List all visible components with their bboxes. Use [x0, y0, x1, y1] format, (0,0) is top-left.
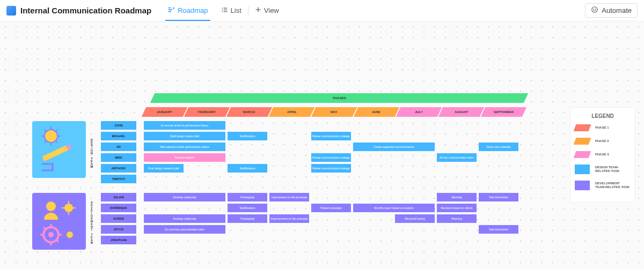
task-bar[interactable]: Do annual review & performance history: [144, 121, 225, 130]
task-row: ModificationsPresent prototypeMonthly re…: [144, 204, 519, 212]
dev-task-grid: Develop a planningPrototypingImprovement…: [144, 193, 519, 246]
task-bar[interactable]: Ad hoc communication tasks: [437, 153, 477, 162]
task-bar[interactable]: Modifications: [228, 164, 267, 173]
task-bar[interactable]: Prototyping: [228, 193, 267, 201]
legend-item: DESIGN TEAM-RELATED TASK: [575, 165, 631, 174]
task-bar[interactable]: Planning: [437, 214, 477, 223]
dev-team-illustration: [32, 193, 86, 250]
legend-label: PHASE 2: [595, 139, 609, 143]
task-bar[interactable]: Prototyping: [228, 214, 267, 223]
view-tabs: Roadmap List View: [161, 0, 286, 21]
task-bar[interactable]: Develop a planning: [144, 193, 225, 201]
svg-point-10: [67, 231, 73, 238]
month-february: FEBRUARY: [184, 107, 230, 117]
task-bar[interactable]: Improvements on the prototype: [269, 214, 309, 223]
tab-label: List: [231, 6, 241, 14]
person-jonathan: JONATHAN: [101, 236, 136, 244]
task-bar[interactable]: Do summary documentation plan: [144, 225, 225, 234]
task-row: [144, 236, 519, 244]
month-header: JANUARYFEBRUARYMARCHAPRILMAYJUNEJULYAUGU…: [144, 107, 525, 117]
legend-swatch: [575, 165, 590, 174]
task-bar[interactable]: Monthly report based on analysis: [353, 204, 435, 212]
task-bar[interactable]: Develop a planning: [144, 214, 225, 223]
legend-item: PHASE 2: [575, 138, 631, 145]
design-team-label: DESIGN TEAM: [88, 129, 96, 177]
dev-name-column: JULIANDOMINIQUEKARENJOYCEJONATHAN: [101, 193, 136, 246]
phases-label: PHASES: [333, 96, 346, 100]
person-julian: JULIAN: [101, 193, 136, 201]
svg-point-2: [595, 9, 596, 10]
person-mike: MIKE: [101, 153, 136, 162]
task-bar[interactable]: Draft design review draft: [144, 132, 225, 140]
top-bar: Internal Communication Roadmap Roadmap L…: [0, 0, 644, 21]
tab-roadmap[interactable]: Roadmap: [161, 0, 214, 21]
app-icon: [6, 6, 16, 16]
svg-point-1: [594, 9, 595, 10]
legend-label: PHASE 3: [595, 153, 609, 156]
svg-rect-4: [42, 145, 69, 161]
task-bar[interactable]: Same new materials: [479, 143, 518, 151]
month-march: MARCH: [226, 107, 272, 117]
roadmap-icon: [167, 6, 175, 15]
legend-swatch: [574, 138, 591, 145]
person-anthony: ANTHONY: [101, 164, 136, 173]
design-task-grid: Do annual review & performance historyDr…: [144, 121, 519, 185]
legend-swatch: [574, 151, 591, 158]
month-january: JANUARY: [142, 107, 187, 117]
task-bar[interactable]: Modifications: [228, 132, 267, 140]
roadmap-canvas[interactable]: PHASES JANUARYFEBRUARYMARCHAPRILMAYJUNEJ…: [0, 21, 644, 269]
month-july: JULY: [396, 107, 442, 117]
svg-point-9: [48, 232, 54, 237]
task-bar[interactable]: Final design research plan: [144, 164, 184, 173]
legend-panel: LEGEND PHASE 1PHASE 2PHASE 3DESIGN TEAM-…: [570, 107, 635, 203]
month-may: MAY: [311, 107, 357, 117]
tab-label: View: [264, 6, 279, 14]
task-bar[interactable]: Revisions based on clients: [437, 204, 477, 212]
task-bar[interactable]: Review analysis: [144, 153, 225, 162]
task-bar[interactable]: Structural testing: [395, 214, 435, 223]
task-row: Do summary documentation planTask inform…: [144, 225, 519, 234]
task-row: Review analysisRevise communication stra…: [144, 153, 519, 162]
person-dominique: DOMINIQUE: [101, 204, 136, 212]
person-ad: AD: [101, 143, 136, 151]
svg-point-0: [592, 7, 598, 13]
task-bar[interactable]: Revise communication strategy: [311, 153, 351, 162]
month-september: SEPTEMBER: [481, 107, 526, 117]
legend-label: DEVELOPMENT TEAM-RELATED TASK: [595, 182, 631, 189]
task-row: Take relevant review performance metrics…: [144, 143, 519, 151]
month-august: AUGUST: [438, 107, 484, 117]
automate-label: Automate: [602, 6, 632, 14]
task-row: Final design research planModificationsR…: [144, 164, 519, 173]
person-john: JOHN: [101, 121, 136, 130]
legend-label: PHASE 1: [595, 126, 609, 130]
list-icon: [221, 6, 228, 15]
task-bar[interactable]: Improvement on the prototype: [269, 193, 309, 201]
task-bar[interactable]: Revise communication strategy: [311, 132, 351, 140]
task-bar[interactable]: Revising: [437, 193, 477, 201]
task-row: [144, 175, 519, 183]
task-bar[interactable]: Modifications: [228, 204, 267, 212]
legend-label: DESIGN TEAM-RELATED TASK: [595, 166, 631, 173]
task-bar[interactable]: Present prototype: [311, 204, 351, 212]
task-bar[interactable]: Revise communication strategy: [311, 164, 351, 173]
task-row: Develop a planningPrototypingImprovement…: [144, 193, 519, 201]
task-row: Do annual review & performance history: [144, 121, 519, 130]
task-bar[interactable]: Task information: [479, 225, 518, 234]
svg-point-6: [46, 201, 56, 211]
automate-button[interactable]: Automate: [585, 3, 638, 18]
task-row: Develop a planningPrototypingImprovement…: [144, 214, 519, 223]
month-april: APRIL: [269, 107, 314, 117]
person-karen: KAREN: [101, 214, 136, 223]
person-joyce: JOYCE: [101, 225, 136, 234]
legend-title: LEGEND: [575, 113, 631, 119]
month-june: JUNE: [354, 107, 399, 117]
design-team-illustration: [32, 121, 86, 178]
task-bar[interactable]: Create supported communications: [353, 143, 435, 151]
task-bar[interactable]: Take relevant review performance metrics: [144, 143, 225, 151]
tab-list[interactable]: List: [215, 0, 248, 21]
legend-swatch: [575, 181, 590, 190]
svg-point-7: [64, 204, 73, 212]
task-row: Draft design review draftModificationsRe…: [144, 132, 519, 140]
tab-add-view[interactable]: View: [248, 0, 286, 21]
task-bar[interactable]: Task information: [479, 193, 518, 201]
